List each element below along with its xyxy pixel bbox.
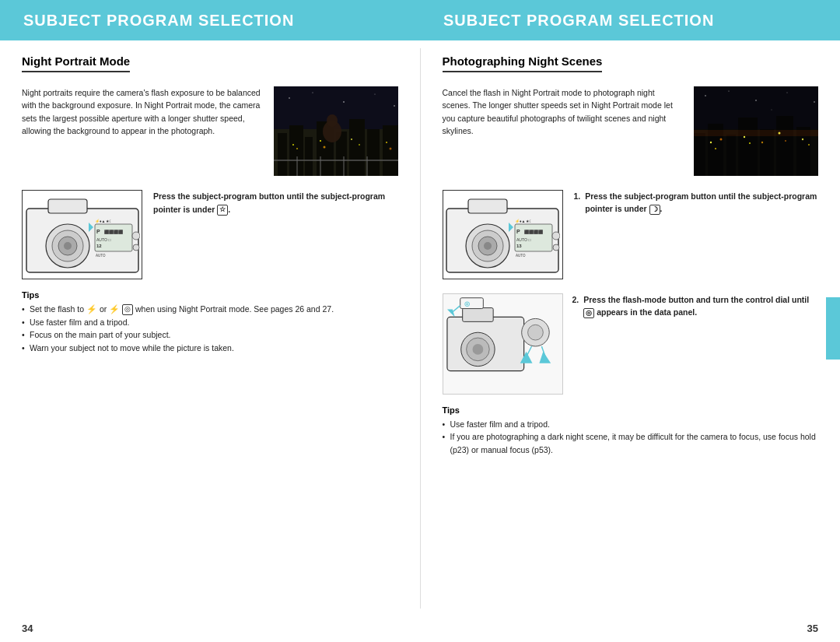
svg-point-14 bbox=[351, 139, 352, 140]
right-step2-text: 2. Press the flash-mode button and turn … bbox=[572, 293, 819, 325]
moon-icon: ☽ bbox=[649, 205, 660, 216]
svg-text:AUTO: AUTO bbox=[96, 254, 106, 258]
svg-rect-74 bbox=[468, 199, 507, 213]
left-tip-1: Set the flash to ⚡ or ⚡ ◎ when using Nig… bbox=[22, 303, 398, 316]
svg-text:P: P bbox=[96, 229, 100, 234]
flash-diagram-svg: ◎ bbox=[443, 293, 562, 395]
right-tips-list: Use faster film and a tripod. If you are… bbox=[443, 418, 819, 456]
svg-point-57 bbox=[715, 148, 716, 149]
svg-point-20 bbox=[289, 97, 290, 99]
svg-point-69 bbox=[755, 100, 757, 101]
left-instruction-bold: Press the subject-program button until t… bbox=[153, 191, 385, 214]
svg-rect-7 bbox=[349, 119, 365, 176]
left-tip-4: Warn your subject not to move while the … bbox=[22, 342, 398, 354]
svg-text:12: 12 bbox=[96, 244, 102, 248]
svg-rect-49 bbox=[694, 133, 705, 176]
svg-point-58 bbox=[720, 139, 723, 141]
svg-point-21 bbox=[312, 92, 313, 93]
svg-point-22 bbox=[343, 101, 345, 103]
header-left-title: SUBJECT PROGRAM SELECTION bbox=[23, 12, 294, 30]
night-scene-svg bbox=[694, 86, 818, 176]
svg-point-86 bbox=[552, 232, 560, 240]
svg-point-93 bbox=[472, 344, 483, 355]
right-tip-1: Use faster film and a tripod. bbox=[443, 418, 819, 430]
svg-rect-54 bbox=[776, 116, 793, 176]
right-step1-item: 1. Press the subject-program button unti… bbox=[574, 190, 819, 216]
left-tip-2: Use faster film and a tripod. bbox=[22, 316, 398, 328]
svg-text:AUTO  □: AUTO □ bbox=[96, 237, 110, 242]
svg-rect-51 bbox=[726, 135, 736, 176]
svg-point-12 bbox=[320, 140, 321, 142]
svg-point-24 bbox=[394, 105, 395, 107]
svg-point-59 bbox=[744, 136, 745, 138]
svg-rect-66 bbox=[694, 130, 818, 136]
svg-point-16 bbox=[386, 142, 387, 143]
right-camera-svg: P ⬛⬛⬛⬛ AUTO □ 13 ⚡♦▲★☾ AUTO bbox=[445, 193, 560, 277]
left-camera-diagram: P ⬛⬛⬛⬛ AUTO □ 12 ⚡♦▲★☾ AUTO bbox=[22, 190, 142, 279]
svg-text:◎: ◎ bbox=[464, 300, 469, 307]
night-portrait-svg bbox=[274, 86, 398, 176]
header-right-title: SUBJECT PROGRAM SELECTION bbox=[443, 12, 714, 30]
svg-point-78 bbox=[484, 242, 492, 250]
svg-point-11 bbox=[296, 148, 298, 149]
left-section-title: Night Portrait Mode bbox=[22, 54, 398, 79]
right-step2-item: 2. Press the flash-mode button and turn … bbox=[572, 293, 819, 319]
left-mid-text: Press the subject-program button until t… bbox=[153, 190, 398, 216]
svg-point-64 bbox=[802, 139, 803, 140]
right-page-number: 35 bbox=[807, 623, 818, 634]
right-top-section: Cancel the flash in Night Portrait mode … bbox=[443, 86, 819, 176]
left-page-number: 34 bbox=[22, 623, 33, 634]
left-mid-section: P ⬛⬛⬛⬛ AUTO □ 12 ⚡♦▲★☾ AUTO Press the su… bbox=[22, 190, 398, 279]
right-tips-title: Tips bbox=[443, 405, 819, 415]
svg-point-56 bbox=[710, 142, 712, 143]
left-night-portrait-photo bbox=[274, 86, 398, 176]
svg-point-60 bbox=[749, 142, 751, 144]
svg-point-68 bbox=[728, 90, 729, 91]
right-side-tab bbox=[826, 297, 840, 360]
svg-rect-4 bbox=[305, 137, 313, 176]
svg-point-13 bbox=[323, 146, 325, 149]
svg-text:P: P bbox=[516, 229, 520, 234]
svg-point-99 bbox=[527, 325, 543, 340]
right-step1-section: P ⬛⬛⬛⬛ AUTO □ 13 ⚡♦▲★☾ AUTO 1. Press the… bbox=[443, 190, 819, 279]
svg-text:AUTO: AUTO bbox=[516, 254, 526, 258]
svg-point-70 bbox=[786, 92, 787, 93]
svg-rect-31 bbox=[48, 199, 87, 213]
flash-icon-1: ⚡ bbox=[86, 303, 97, 316]
left-top-text: Night portraits require the camera's fla… bbox=[22, 86, 264, 137]
header-right: SUBJECT PROGRAM SELECTION bbox=[420, 0, 840, 40]
svg-rect-90 bbox=[462, 308, 492, 322]
left-top-section: Night portraits require the camera's fla… bbox=[22, 86, 398, 176]
right-tips-section: Tips Use faster film and a tripod. If yo… bbox=[443, 405, 819, 456]
right-top-text: Cancel the flash in Night Portrait mode … bbox=[443, 86, 685, 137]
right-step1-text: 1. Press the subject-program button unti… bbox=[574, 190, 819, 222]
svg-text:AUTO  □: AUTO □ bbox=[516, 237, 530, 242]
left-tips-list: Set the flash to ⚡ or ⚡ ◎ when using Nig… bbox=[22, 303, 398, 354]
night-portrait-icon: ☆ bbox=[217, 205, 228, 216]
svg-point-44 bbox=[133, 244, 139, 251]
svg-point-23 bbox=[374, 93, 375, 94]
svg-point-19 bbox=[327, 114, 338, 127]
header-left: SUBJECT PROGRAM SELECTION bbox=[0, 0, 420, 40]
step2-number: 2. bbox=[572, 293, 579, 319]
svg-rect-2 bbox=[278, 133, 287, 176]
right-step2-section: ◎ 2. Press the flash-mode b bbox=[443, 293, 819, 395]
step1-text: Press the subject-program button until t… bbox=[585, 190, 818, 216]
svg-point-65 bbox=[808, 144, 810, 146]
page-header: SUBJECT PROGRAM SELECTION SUBJECT PROGRA… bbox=[0, 0, 840, 40]
svg-text:⬛⬛⬛⬛: ⬛⬛⬛⬛ bbox=[524, 230, 544, 235]
flash-icon-2: ⚡ bbox=[109, 303, 120, 316]
flash-circle-icon: ◎ bbox=[122, 304, 133, 315]
svg-text:13: 13 bbox=[516, 244, 522, 248]
svg-marker-101 bbox=[539, 352, 551, 363]
svg-point-17 bbox=[389, 148, 391, 150]
svg-point-43 bbox=[132, 232, 140, 240]
svg-rect-9 bbox=[383, 125, 398, 176]
svg-rect-3 bbox=[289, 125, 303, 176]
left-camera-svg: P ⬛⬛⬛⬛ AUTO □ 12 ⚡♦▲★☾ AUTO bbox=[25, 193, 140, 277]
left-page: Night Portrait Mode Night portraits requ… bbox=[0, 40, 420, 616]
svg-text:⬛⬛⬛⬛: ⬛⬛⬛⬛ bbox=[104, 230, 124, 235]
svg-line-102 bbox=[526, 346, 531, 357]
right-section-title: Photographing Night Scenes bbox=[443, 54, 819, 79]
step2-text: Press the flash-mode button and turn the… bbox=[583, 293, 818, 319]
